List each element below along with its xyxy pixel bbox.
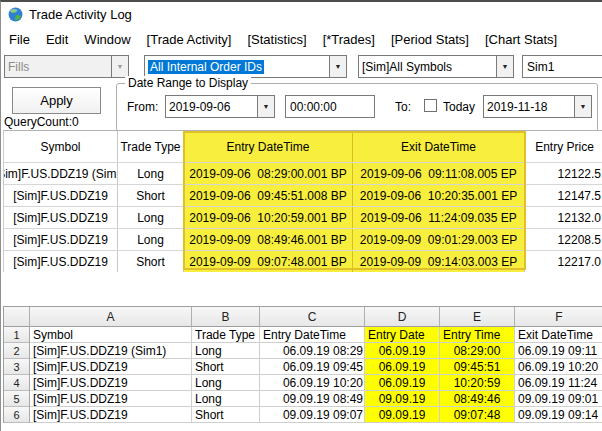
cell[interactable]: 06.09.19 10:20	[260, 375, 365, 391]
today-label: Today	[443, 100, 475, 114]
cell-entry-datetime: 2019-09-09 09:07:48.001 BP	[184, 251, 353, 272]
cell[interactable]: 06.09.19 08:29	[260, 343, 365, 359]
menu-item-period-stats[interactable]: [Period Stats]	[391, 32, 469, 47]
dropdown-arrow-icon[interactable]: ▼	[329, 56, 346, 77]
apply-button[interactable]: Apply	[12, 87, 101, 114]
cell-exit-datetime: 2019-09-09 09:01:29.003 EP	[353, 229, 525, 250]
cell-exit-datetime: 2019-09-06 11:24:09.035 EP	[353, 207, 525, 228]
cell[interactable]: 10:20:59	[440, 375, 515, 391]
cell[interactable]: 08:29:00	[440, 343, 515, 359]
menu-item-edit[interactable]: Edit	[46, 32, 68, 47]
spreadsheet-row: 1 Symbol Trade Type Entry DateTime Entry…	[4, 327, 602, 343]
col-header-b[interactable]: B	[192, 307, 260, 327]
column-header-entry-price[interactable]: Entry Price	[525, 131, 602, 162]
cell[interactable]: Long	[192, 375, 260, 391]
cell[interactable]: [Sim]F.US.DDZ19	[30, 359, 192, 375]
cell[interactable]: Long	[192, 343, 260, 359]
cell[interactable]: 06.09.19 11:24	[515, 375, 602, 391]
dropdown-arrow-icon[interactable]: ▼	[257, 96, 274, 117]
table-row[interactable]: [Sim]F.US.DDZ19 (Sim1) Long 2019-09-06 0…	[4, 162, 602, 184]
menu-item-file[interactable]: File	[9, 32, 30, 47]
cell[interactable]: Trade Type	[192, 327, 260, 343]
menu-item-window[interactable]: Window	[84, 32, 130, 47]
to-date-combo[interactable]: 2019-11-18 ▼	[483, 95, 592, 118]
cell[interactable]: 06.09.19 09:11	[515, 343, 602, 359]
column-header-entry-datetime[interactable]: Entry DateTime	[184, 131, 353, 162]
row-number[interactable]: 5	[4, 391, 30, 407]
trade-table: Symbol Trade Type Entry DateTime Exit Da…	[3, 130, 602, 272]
cell[interactable]: [Sim]F.US.DDZ19	[30, 375, 192, 391]
cell[interactable]: Entry Date	[365, 327, 440, 343]
query-count-label: QueryCount:0	[4, 115, 79, 129]
col-header-a[interactable]: A	[30, 307, 192, 327]
cell-entry-price: 12122.5	[525, 163, 602, 184]
col-header-e[interactable]: E	[440, 307, 515, 327]
spreadsheet-row: 5 [Sim]F.US.DDZ19 Long 09.09.19 08:49 09…	[4, 391, 602, 407]
dropdown-arrow-icon[interactable]: ▼	[574, 96, 591, 117]
cell[interactable]: Exit DateTime	[515, 327, 602, 343]
menu-item-chart-stats[interactable]: [Chart Stats]	[485, 32, 557, 47]
cell[interactable]: [Sim]F.US.DDZ19	[30, 407, 192, 423]
cell-exit-datetime: 2019-09-06 09:11:08.005 EP	[353, 163, 525, 184]
spreadsheet-row: 2 [Sim]F.US.DDZ19 (Sim1) Long 06.09.19 0…	[4, 343, 602, 359]
symbols-combo-value: [Sim]All Symbols	[359, 60, 496, 74]
cell[interactable]: 06.09.19	[365, 343, 440, 359]
from-time-input[interactable]: 00:00:00	[285, 95, 375, 118]
corner-cell[interactable]	[4, 307, 30, 327]
cell[interactable]: 09:45:51	[440, 359, 515, 375]
cell[interactable]: 09.09.19	[365, 407, 440, 423]
fills-combo-value: Fills	[5, 60, 111, 74]
cell[interactable]: Short	[192, 407, 260, 423]
cell-entry-price: 12208.5	[525, 229, 602, 250]
date-range-group-label: Date Range to Display	[125, 76, 251, 90]
row-number[interactable]: 4	[4, 375, 30, 391]
account-input[interactable]: Sim1	[522, 55, 602, 78]
menu-item-trade-activity[interactable]: [Trade Activity]	[147, 32, 232, 47]
from-date-combo[interactable]: 2019-09-06 ▼	[165, 95, 275, 118]
col-header-d[interactable]: D	[365, 307, 440, 327]
symbols-combo[interactable]: [Sim]All Symbols ▼	[358, 55, 514, 78]
menu-item-trades[interactable]: [*Trades]	[323, 32, 375, 47]
row-number[interactable]: 3	[4, 359, 30, 375]
spreadsheet-row: 6 [Sim]F.US.DDZ19 Short 09.09.19 09:07 0…	[4, 407, 602, 423]
column-header-trade-type[interactable]: Trade Type	[118, 131, 184, 162]
dropdown-arrow-icon: ▼	[111, 56, 128, 77]
order-ids-combo[interactable]: All Internal Order IDs ▼	[144, 55, 347, 78]
cell[interactable]: 06.09.19	[365, 375, 440, 391]
cell[interactable]: Symbol	[30, 327, 192, 343]
cell[interactable]: 09.09.19 09:01	[515, 391, 602, 407]
cell[interactable]: 09.09.19	[365, 391, 440, 407]
cell[interactable]: [Sim]F.US.DDZ19 (Sim1)	[30, 343, 192, 359]
globe-app-icon	[8, 7, 23, 22]
table-row[interactable]: [Sim]F.US.DDZ19 Long 2019-09-09 08:49:46…	[4, 228, 602, 250]
cell[interactable]: 09.09.19 08:49	[260, 391, 365, 407]
column-header-symbol[interactable]: Symbol	[4, 131, 118, 162]
cell[interactable]: 06.09.19 10:20	[515, 359, 602, 375]
cell[interactable]: 06.09.19 09:45	[260, 359, 365, 375]
cell[interactable]: Short	[192, 359, 260, 375]
cell[interactable]: Entry DateTime	[260, 327, 365, 343]
table-row[interactable]: [Sim]F.US.DDZ19 Long 2019-09-06 10:20:59…	[4, 206, 602, 228]
cell[interactable]: Long	[192, 391, 260, 407]
spreadsheet-row: 4 [Sim]F.US.DDZ19 Long 06.09.19 10:20 06…	[4, 375, 602, 391]
cell[interactable]: [Sim]F.US.DDZ19	[30, 391, 192, 407]
cell[interactable]: 09.09.19 09:07	[260, 407, 365, 423]
cell-entry-datetime: 2019-09-06 08:29:00.001 BP	[184, 163, 353, 184]
row-number[interactable]: 6	[4, 407, 30, 423]
trade-table-header-row: Symbol Trade Type Entry DateTime Exit Da…	[4, 131, 602, 162]
column-header-exit-datetime[interactable]: Exit DateTime	[353, 131, 525, 162]
today-checkbox[interactable]	[424, 99, 437, 112]
cell[interactable]: Entry Time	[440, 327, 515, 343]
row-number[interactable]: 2	[4, 343, 30, 359]
dropdown-arrow-icon[interactable]: ▼	[496, 56, 513, 77]
cell[interactable]: 09:07:48	[440, 407, 515, 423]
col-header-c[interactable]: C	[260, 307, 365, 327]
table-row[interactable]: [Sim]F.US.DDZ19 Short 2019-09-09 09:07:4…	[4, 250, 602, 272]
menu-item-statistics[interactable]: [Statistics]	[247, 32, 306, 47]
cell[interactable]: 06.09.19	[365, 359, 440, 375]
row-number[interactable]: 1	[4, 327, 30, 343]
col-header-f[interactable]: F	[515, 307, 602, 327]
cell[interactable]: 08:49:46	[440, 391, 515, 407]
cell[interactable]: 09.09.19 09:14	[515, 407, 602, 423]
table-row[interactable]: [Sim]F.US.DDZ19 Short 2019-09-06 09:45:5…	[4, 184, 602, 206]
